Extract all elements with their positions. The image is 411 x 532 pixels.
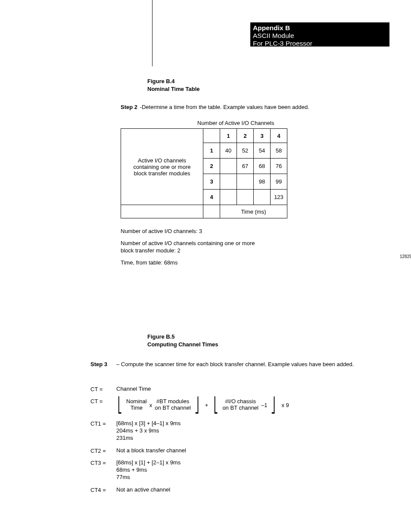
step-2-text: -Determine a time from the table. Exampl… bbox=[138, 104, 309, 110]
step-3-text: – Compute the scanner time for each bloc… bbox=[116, 361, 354, 367]
col-header-2: 2 bbox=[237, 129, 254, 143]
nominal-time-table: Active I/O channels containing one or mo… bbox=[121, 128, 287, 218]
ct1-body: [68ms] x [3] + [4–1] x 9ms 204ms + 3 x 9… bbox=[116, 420, 392, 442]
table-top-header: Number of Active I/O Channels bbox=[197, 120, 274, 126]
header-vertical-rule bbox=[152, 0, 153, 66]
step-3-label: Step 3 bbox=[90, 361, 116, 367]
ct-formula-body: ⎣ Nominal Time x #BT modules on BT chann… bbox=[116, 398, 392, 412]
page-content: Figure B.4 Nominal Time Table Step 2 -De… bbox=[121, 78, 392, 498]
cell-1-2: 52 bbox=[237, 143, 254, 159]
io-chassis-term: #I/O chassis on BT channel bbox=[222, 398, 258, 411]
step-3-computation: CT = Channel Time CT = ⎣ Nominal Time x … bbox=[90, 386, 392, 493]
derive-line-2b: block transfer module: 2 bbox=[121, 247, 181, 254]
cell-2-4: 76 bbox=[271, 159, 287, 174]
ct-formula-row: CT = ⎣ Nominal Time x #BT modules on BT … bbox=[90, 398, 392, 412]
cell-2-3: 68 bbox=[254, 159, 271, 174]
ct1-line1: [68ms] x [3] + [4–1] x 9ms bbox=[116, 420, 181, 426]
bt-modules-term: #BT modules on BT channel bbox=[155, 398, 191, 411]
side-label-l2: containing one or more bbox=[134, 164, 191, 170]
ct-definition-row: CT = Channel Time bbox=[90, 386, 392, 392]
plus-op: + bbox=[205, 402, 209, 408]
cell-3-4: 99 bbox=[271, 174, 287, 190]
derive-line-2a: Number of active I/O channels containing… bbox=[121, 240, 255, 246]
side-label-l3: block transfer modules bbox=[134, 170, 190, 177]
derive-line-2: Number of active I/O channels containing… bbox=[121, 240, 392, 254]
ct-eq-text: Channel Time bbox=[116, 386, 392, 392]
cell-4-4: 123 bbox=[271, 190, 287, 205]
right-bracket-icon: ⎦ bbox=[195, 398, 199, 412]
ct4-row: CT4 = Not an active channel bbox=[90, 486, 392, 493]
side-label-l1: Active I/O channels bbox=[138, 157, 186, 164]
step-2-label: Step 2 bbox=[121, 104, 137, 110]
right-bracket-icon-2: ⎦ bbox=[271, 398, 276, 412]
cell-3-3: 98 bbox=[254, 174, 271, 190]
ct4-label: CT4 = bbox=[90, 486, 116, 493]
col-header-1: 1 bbox=[220, 129, 237, 143]
time-unit-cell: Time (ms) bbox=[220, 205, 287, 218]
col-header-empty bbox=[203, 129, 220, 143]
col-header-4: 4 bbox=[271, 129, 287, 143]
figure-b4-title: Figure B.4 Nominal Time Table bbox=[147, 78, 392, 93]
ct1-label: CT1 = bbox=[90, 420, 116, 427]
ct1-line3: 231ms bbox=[116, 435, 133, 441]
formula-group-2: ⎣ #I/O chassis on BT channel –1 ⎦ bbox=[212, 398, 277, 412]
step-3-line: Step 3 – Compute the scanner time for ea… bbox=[90, 361, 392, 367]
times-nine: x 9 bbox=[281, 402, 289, 408]
nominal-time-term: Nominal Time bbox=[126, 398, 147, 411]
term3-l1: #I/O chassis bbox=[225, 398, 256, 405]
left-bracket-icon: ⎣ bbox=[118, 398, 122, 412]
ct1-row: CT1 = [68ms] x [3] + [4–1] x 9ms 204ms +… bbox=[90, 420, 392, 442]
cell-2-2: 67 bbox=[237, 159, 254, 174]
figure-b5-title: Figure B.5 Computing Channel Times bbox=[147, 333, 392, 348]
ct4-text: Not an active channel bbox=[116, 486, 392, 493]
ct3-line3: 77ms bbox=[116, 474, 130, 480]
header-line-2: ASCII Module bbox=[253, 32, 389, 40]
time-row-blank-left bbox=[121, 205, 203, 218]
figure-b5-name: Computing Channel Times bbox=[147, 341, 218, 348]
derive-line-1: Number of active I/O channels: 3 bbox=[121, 228, 392, 235]
cell-4-2 bbox=[237, 190, 254, 205]
times-op-1: x bbox=[149, 402, 153, 408]
derive-line-3: Time, from table: 68ms bbox=[121, 259, 392, 266]
figure-b4-name: Nominal Time Table bbox=[147, 86, 200, 92]
row-header-2: 2 bbox=[203, 159, 220, 174]
cell-4-1 bbox=[220, 190, 237, 205]
ct3-line2: 68ms + 9ms bbox=[116, 467, 147, 473]
figure-b4-id: Figure B.4 bbox=[147, 78, 175, 84]
ct3-body: [68ms] x [1] + [2–1] x 9ms 68ms + 9ms 77… bbox=[116, 459, 392, 481]
cell-1-4: 58 bbox=[271, 143, 287, 159]
ct1-line2: 204ms + 3 x 9ms bbox=[116, 427, 159, 434]
cell-3-1 bbox=[220, 174, 237, 190]
ct2-label: CT2 = bbox=[90, 447, 116, 454]
table-side-label: Active I/O channels containing one or mo… bbox=[121, 129, 203, 205]
ct3-row: CT3 = [68ms] x [1] + [2–1] x 9ms 68ms + … bbox=[90, 459, 392, 481]
row-header-3: 3 bbox=[203, 174, 220, 190]
term2-l2: on BT channel bbox=[155, 405, 191, 411]
cell-1-1: 40 bbox=[220, 143, 237, 159]
figure-b5-id: Figure B.5 bbox=[147, 333, 175, 340]
nominal-time-table-wrap: Number of Active I/O Channels Active I/O… bbox=[121, 128, 392, 218]
ct-formula-label: CT = bbox=[90, 398, 116, 404]
cell-4-3 bbox=[254, 190, 271, 205]
appendix-label: Appendix B bbox=[253, 24, 389, 32]
ct-eq-label: CT = bbox=[90, 386, 116, 392]
cell-2-1 bbox=[220, 159, 237, 174]
ct2-row: CT2 = Not a block transfer channel bbox=[90, 447, 392, 454]
col-header-3: 3 bbox=[254, 129, 271, 143]
ct2-text: Not a block transfer channel bbox=[116, 447, 392, 454]
cell-1-3: 54 bbox=[254, 143, 271, 159]
header-line-3: For PLC-3 Proessor bbox=[253, 40, 389, 47]
ct3-line1: [68ms] x [1] + [2–1] x 9ms bbox=[116, 459, 181, 466]
formula-group-1: ⎣ Nominal Time x #BT modules on BT chann… bbox=[116, 398, 201, 412]
time-row-blank-rowhdr bbox=[203, 205, 220, 218]
term1-l1: Nominal bbox=[126, 398, 147, 405]
document-number: 12829 bbox=[400, 254, 411, 259]
step-2-line: Step 2 -Determine a time from the table.… bbox=[121, 104, 392, 110]
term1-l2: Time bbox=[131, 405, 143, 411]
row-header-4: 4 bbox=[203, 190, 220, 205]
row-header-1: 1 bbox=[203, 143, 220, 159]
term2-l1: #BT modules bbox=[156, 398, 189, 405]
page-header-band: Appendix B ASCII Module For PLC-3 Proess… bbox=[250, 22, 389, 47]
term3-l2: on BT channel bbox=[222, 405, 258, 411]
minus-one: –1 bbox=[261, 402, 267, 408]
